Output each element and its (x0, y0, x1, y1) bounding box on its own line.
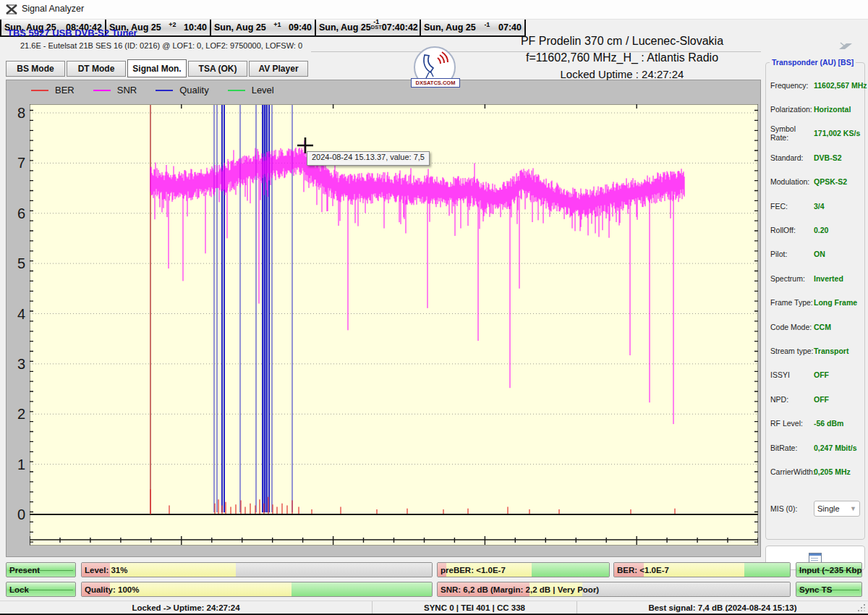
bar-segment-gray (582, 582, 790, 596)
clock-time-value: 09:40 (289, 22, 312, 33)
frequency-station-text: f=11602,760 MHz_H_ : Atlantis Radio (448, 51, 796, 64)
transponder-row-value: 0,205 MHz (814, 467, 851, 476)
transponder-row-label: Frame Type: (770, 298, 814, 307)
transponder-row-value: OFF (814, 395, 829, 404)
mis-label: MIS (0): (770, 504, 814, 513)
indicator-bar-snr: SNR: 6,2 dB (Margin: 2,2 dB | Very Poor) (437, 582, 791, 597)
transponder-row-value: ON (814, 250, 825, 258)
clock-date: Sun, Aug 25 (214, 22, 266, 33)
bar-label: Sync TS (799, 582, 832, 596)
plot-area[interactable]: 012345678 (30, 104, 758, 546)
tab-bs-mode[interactable]: BS Mode (6, 61, 65, 77)
bar-segment-green (532, 563, 609, 577)
satellite-dish-icon (419, 51, 449, 80)
y-axis-label: 0 (8, 507, 25, 522)
transponder-row-value: 0.20 (814, 226, 828, 234)
transponder-row-label: RF Level: (770, 419, 814, 428)
transponder-row-value: -56 dBm (814, 419, 843, 428)
statusbar-best-signal: Best signal: 7,4 dB (2024-08-24 15:13) (577, 601, 868, 614)
transponder-row-label: BitRate: (770, 444, 814, 452)
clock-time-value: 10:40 (184, 22, 207, 33)
transponder-row-value: OFF (814, 370, 829, 379)
legend-item-ber: BER (31, 85, 75, 96)
y-axis-label: 5 (8, 256, 25, 271)
transponder-row: Code Mode:CCM (770, 315, 860, 339)
bar-label: Lock (9, 582, 29, 596)
y-axis-label: 7 (8, 156, 25, 170)
quality-line-swatch (156, 90, 173, 91)
indicator-bar-preber: preBER: <1.0E-7 (437, 562, 610, 577)
transponder-row-label: CarrierWidth: (770, 467, 814, 476)
clock-time-row: Sun, Aug 25-1DST07:40:42 (316, 19, 420, 35)
transponder-row: FEC:3/4 (770, 194, 860, 218)
bar-segment-gray (236, 563, 432, 577)
transponder-row-value: 11602,567 MHz (814, 81, 867, 90)
dxsatcs-logo: DXSATCS.COM (414, 46, 456, 88)
y-axis-label: 2 (8, 407, 25, 421)
transponder-row: BitRate:0,247 Mbit/s (770, 436, 860, 459)
tab-tsa[interactable]: TSA (OK) (188, 61, 247, 77)
transponder-row-label: Frequency: (770, 81, 814, 90)
indicator-bar-present: Present (6, 562, 76, 577)
tuner-subtitle: 21.6E - Eutelsat 21B SES 16 (ID: 0216) @… (20, 41, 302, 50)
legend-item-level: Level (228, 85, 274, 96)
statusbar-sync-counters: SYNC 0 | TEI 401 | CC 338 (373, 601, 577, 614)
transponder-row: Spectrum:Inverted (770, 266, 860, 290)
indicator-bar-input-235-kbps-: Input (~235 Kbps) (796, 562, 862, 577)
y-axis-label: 4 (8, 307, 25, 321)
transponder-row-label: Spectrum: (770, 274, 814, 283)
legend-item-snr: SNR (93, 85, 137, 96)
indicator-bar-level: Level: 31% (81, 562, 433, 577)
plot-background (30, 104, 758, 546)
statusbar-uptime: Locked -> Uptime: 24:27:24 (0, 601, 373, 614)
transponder-row-label: Code Mode: (770, 323, 814, 331)
transponder-row-label: Pilot: (770, 250, 814, 258)
chart-tooltip: 2024-08-24 15.13.37, value: 7,5 (307, 151, 430, 166)
mis-dropdown[interactable]: Single ▼ (814, 501, 860, 517)
app-icon (6, 4, 17, 15)
transponder-row-label: RollOff: (770, 226, 814, 234)
bar-label: BER: <1.0E-7 (617, 563, 669, 577)
transponder-row-label: Polarization: (770, 105, 814, 114)
tuner-title: TBS 5927 USB DVB-S2 Tuner (7, 27, 137, 38)
transponder-row-value: Transport (814, 347, 848, 355)
mis-dropdown-value: Single (817, 504, 840, 513)
bar-segment-yellow (110, 563, 236, 577)
transponder-row-value: Horizontal (814, 105, 851, 114)
transponder-row-label: ISSYI (770, 370, 814, 379)
signal-plot-svg[interactable] (30, 104, 758, 546)
transponder-row-value: Inverted (814, 274, 843, 283)
tab-signal-mon[interactable]: Signal Mon. (127, 59, 187, 77)
satellite-clipart-icon (838, 41, 854, 51)
indicator-bar-lock: Lock (6, 582, 76, 597)
tab-dt-mode[interactable]: DT Mode (67, 61, 126, 77)
transponder-row: Polarization:Horizontal (770, 97, 860, 121)
transponder-rows: Frequency:11602,567 MHzPolarization:Hori… (770, 73, 860, 484)
antenna-location-text: PF Prodelin 370 cm / Lucenec-Slovakia (448, 35, 796, 48)
transponder-row: Standard:DVB-S2 (770, 145, 860, 169)
transponder-row: RF Level:-56 dBm (770, 411, 860, 435)
tab-av-player[interactable]: AV Player (249, 61, 308, 77)
clock-date: Sun, Aug 25 (424, 22, 476, 33)
transponder-row-label: Standard: (770, 153, 814, 162)
transponder-panel: Transponder (AU) [BS] Frequency:11602,56… (765, 62, 865, 540)
transponder-row-label: Stream type: (770, 347, 814, 355)
transponder-row-label: Modulation: (770, 177, 814, 186)
bar-label: Present (9, 563, 40, 577)
window-titlebar: Signal Analyzer (0, 0, 868, 20)
chart-legend: BER SNR Quality Level (31, 85, 274, 96)
transponder-row: Stream type:Transport (770, 339, 860, 362)
bar-label: SNR: 6,2 dB (Margin: 2,2 dB | Very Poor) (441, 582, 599, 596)
transponder-row-value: DVB-S2 (814, 153, 842, 162)
transponder-row-label: NPD: (770, 395, 814, 404)
transponder-row-value: 171,002 KS/s (814, 129, 860, 137)
y-axis-label: 1 (8, 457, 25, 472)
clock-utc-offset: +1 (266, 22, 289, 27)
bar-segments (82, 563, 432, 577)
snr-line-swatch (93, 90, 111, 91)
bar-label: Input (~235 Kbps) (799, 563, 862, 577)
clock-utc-offset: -1DST (371, 19, 382, 30)
indicator-bar-ber: BER: <1.0E-7 (613, 562, 791, 577)
resize-grip[interactable] (857, 603, 866, 612)
indicator-bar-quality: Quality: 100% (81, 582, 433, 597)
